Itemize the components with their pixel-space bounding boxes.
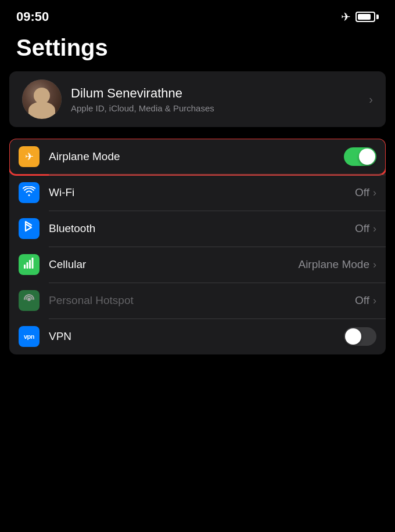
svg-point-4 <box>27 298 31 301</box>
battery-body <box>356 12 375 22</box>
profile-chevron: › <box>369 93 373 106</box>
svg-rect-1 <box>27 262 28 269</box>
airplane-mode-label: Airplane Mode <box>49 150 344 163</box>
vpn-toggle-knob <box>345 328 361 345</box>
settings-row-vpn[interactable]: vpn VPN <box>9 319 386 354</box>
svg-rect-0 <box>24 265 26 269</box>
hotspot-icon <box>23 293 35 309</box>
airplane-mode-icon-wrap: ✈ <box>19 146 40 167</box>
svg-rect-2 <box>29 260 31 269</box>
bluetooth-label: Bluetooth <box>49 222 355 235</box>
bluetooth-chevron: › <box>373 223 376 235</box>
bluetooth-icon <box>24 220 34 237</box>
vpn-icon-wrap: vpn <box>19 326 40 347</box>
profile-info: Dilum Senevirathne Apple ID, iCloud, Med… <box>71 86 369 113</box>
settings-row-cellular[interactable]: Cellular Airplane Mode › <box>9 247 386 283</box>
wifi-value: Off <box>355 186 369 199</box>
cellular-icon-wrap <box>19 254 40 275</box>
page-title: Settings <box>0 30 395 71</box>
settings-row-bluetooth[interactable]: Bluetooth Off › <box>9 211 386 247</box>
settings-row-personal-hotspot[interactable]: Personal Hotspot Off › <box>9 283 386 319</box>
settings-row-wifi[interactable]: Wi-Fi Off › <box>9 175 386 211</box>
airplane-mode-toggle[interactable] <box>344 147 376 166</box>
cellular-value: Airplane Mode <box>298 258 369 271</box>
hotspot-chevron: › <box>373 295 376 307</box>
wifi-chevron: › <box>373 187 376 199</box>
airplane-icon: ✈ <box>25 150 34 163</box>
hotspot-value: Off <box>355 294 369 307</box>
bluetooth-value: Off <box>355 222 369 235</box>
vpn-label: VPN <box>49 330 344 343</box>
battery-icon <box>356 12 379 22</box>
profile-subtitle: Apple ID, iCloud, Media & Purchases <box>71 103 369 113</box>
svg-rect-3 <box>32 258 34 269</box>
status-icons: ✈ <box>341 10 379 24</box>
settings-group-connectivity: ✈ Airplane Mode Wi-Fi Off › <box>9 139 386 354</box>
hotspot-icon-wrap <box>19 290 40 311</box>
battery-fill <box>358 14 371 20</box>
cellular-icon <box>23 258 35 272</box>
vpn-icon: vpn <box>24 333 34 340</box>
vpn-toggle[interactable] <box>344 327 376 346</box>
avatar-image <box>22 79 62 119</box>
hotspot-label: Personal Hotspot <box>49 294 355 307</box>
profile-name: Dilum Senevirathne <box>71 86 369 101</box>
cellular-chevron: › <box>373 259 376 271</box>
battery-tip <box>376 15 379 19</box>
airplane-mode-toggle-knob <box>359 149 375 165</box>
wifi-label: Wi-Fi <box>49 186 355 199</box>
status-bar: 09:50 ✈ <box>0 0 395 30</box>
wifi-icon-wrap <box>19 182 40 203</box>
bluetooth-icon-wrap <box>19 218 40 239</box>
airplane-mode-status-icon: ✈ <box>341 10 351 24</box>
profile-row[interactable]: Dilum Senevirathne Apple ID, iCloud, Med… <box>9 71 386 127</box>
settings-row-airplane-mode[interactable]: ✈ Airplane Mode <box>9 139 386 175</box>
avatar <box>22 79 62 119</box>
wifi-icon <box>23 186 35 199</box>
cellular-label: Cellular <box>49 258 298 271</box>
status-time: 09:50 <box>16 9 49 24</box>
